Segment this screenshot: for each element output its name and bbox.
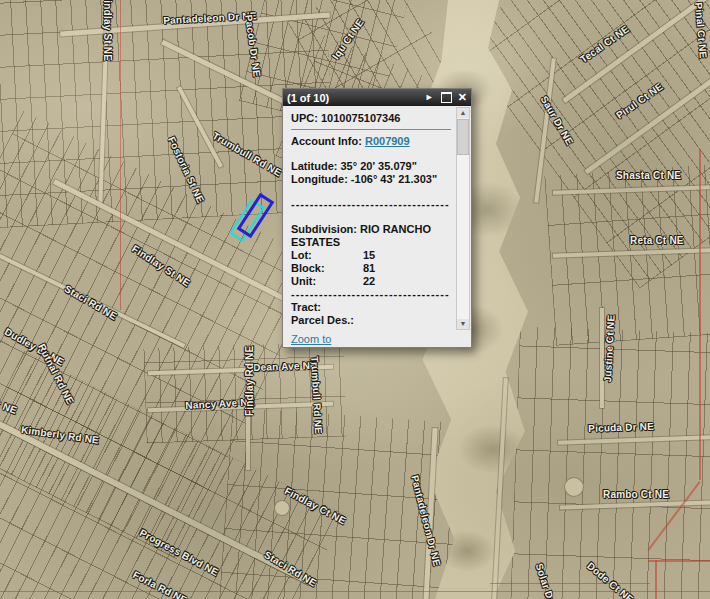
- street-label: Reta Ct NE: [630, 235, 684, 246]
- cul-de-sac: [564, 477, 584, 497]
- boundary-line: [490, 583, 650, 584]
- unit-row: Unit: 22: [291, 275, 451, 288]
- popup-scrollbar[interactable]: ▲ ▼: [456, 107, 470, 330]
- boundary-line: [120, 0, 121, 310]
- scroll-down-icon[interactable]: ▼: [457, 319, 469, 329]
- longitude-value: Longitude: -106° 43' 21.303": [291, 173, 451, 186]
- scrollbar-thumb[interactable]: [457, 119, 469, 155]
- scroll-up-icon[interactable]: ▲: [457, 108, 469, 118]
- street-label: Findlay St NE: [102, 0, 113, 61]
- street-label: Shasta Ct NE: [616, 170, 681, 181]
- latitude-value: Latitude: 35° 20' 35.079": [291, 160, 451, 173]
- account-info-link[interactable]: R007909: [365, 135, 410, 147]
- divider-line: [291, 129, 451, 130]
- parcel-des-label: Parcel Des.:: [291, 314, 451, 327]
- cul-de-sac: [274, 500, 290, 516]
- map-canvas[interactable]: Pantadeleon Dr NEFindlay St NEPacob Dr N…: [0, 0, 710, 599]
- unit-value: 22: [363, 275, 375, 288]
- street-label: Picuda Dr NE: [588, 421, 654, 434]
- dashed-separator: ----------------------------------: [291, 288, 451, 301]
- unit-label: Unit:: [291, 275, 363, 288]
- parcel-info-popup: (1 of 10) ► ✕ UPC: 1010075107346 Account…: [282, 88, 472, 348]
- close-icon[interactable]: ✕: [458, 92, 467, 103]
- boundary-line: [648, 560, 710, 562]
- boundary-line: [0, 591, 710, 592]
- account-info-label: Account Info:: [291, 135, 362, 147]
- next-result-icon[interactable]: ►: [425, 93, 434, 102]
- street-label: Dean Ave NE: [253, 360, 317, 373]
- lot-row: Lot: 15: [291, 249, 451, 262]
- upc-value: UPC: 1010075107346: [291, 112, 451, 125]
- street-label: Rambo Ct NE: [603, 489, 669, 500]
- block-value: 81: [363, 262, 375, 275]
- subdivision-row: Subdivision: RIO RANCHO ESTATES: [291, 223, 451, 249]
- dashed-separator: ----------------------------------: [291, 198, 451, 211]
- street-label: Findlay Rd NE: [244, 346, 255, 416]
- popup-footer: Zoom to: [283, 331, 471, 346]
- lot-label: Lot:: [291, 249, 363, 262]
- subdivision-label: Subdivision:: [291, 223, 357, 235]
- boundary-line: [699, 150, 701, 480]
- popup-pager-title: (1 of 10): [287, 92, 419, 104]
- maximize-icon[interactable]: [441, 92, 452, 103]
- zoom-to-link[interactable]: Zoom to: [291, 333, 331, 345]
- block-row: Block: 81: [291, 262, 451, 275]
- lot-value: 15: [363, 249, 375, 262]
- block-label: Block:: [291, 262, 363, 275]
- boundary-line: [655, 560, 657, 599]
- popup-header: (1 of 10) ► ✕: [283, 89, 471, 106]
- tract-label: Tract:: [291, 301, 451, 314]
- popup-body: UPC: 1010075107346 Account Info: R007909…: [283, 106, 471, 331]
- account-info-row: Account Info: R007909: [291, 135, 451, 148]
